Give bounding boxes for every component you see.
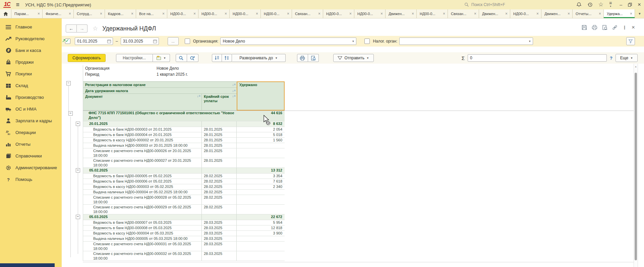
deadline-cell[interactable]: 28.02.2025 [202, 184, 237, 189]
collapse-expander[interactable]: − [76, 215, 80, 219]
withheld-cell[interactable] [237, 236, 285, 241]
tab-2[interactable]: Физиче...× [43, 9, 74, 18]
sidebar-item-склад[interactable]: Склад [0, 80, 62, 91]
withheld-cell[interactable] [237, 242, 285, 251]
withheld-cell[interactable] [237, 195, 285, 204]
tab-11[interactable]: НД00-0...× [323, 9, 354, 18]
table-row[interactable]: Ведомость в банк НД00-000007 от 05.03.20… [83, 220, 285, 225]
tab-close-icon[interactable]: × [318, 11, 320, 16]
period-checkbox[interactable] [65, 39, 70, 44]
back-button[interactable]: ← [66, 24, 77, 32]
deadline-cell[interactable]: 28.03.2025 [202, 242, 237, 251]
sidebar-item-ос-и-нма[interactable]: ОС и НМА [0, 103, 62, 115]
tab-close-icon[interactable]: × [412, 11, 414, 16]
document-cell[interactable]: Выдача наличных НД00-000005 от 05.03.202… [83, 236, 202, 241]
settings-button[interactable]: Настройки... [116, 54, 153, 62]
deadline-cell[interactable]: 28.03.2025 [202, 251, 237, 261]
print-icon[interactable] [592, 25, 597, 30]
withheld-cell[interactable]: 7 618 [237, 179, 285, 184]
document-cell[interactable]: 20.01.2025 [83, 121, 202, 127]
sidebar-item-продажи[interactable]: Продажи [0, 56, 62, 68]
tab-close-icon[interactable]: × [100, 11, 102, 16]
service-menu-icon[interactable]: ≡▾ [609, 2, 612, 8]
deadline-cell[interactable]: 28.01.2025 [202, 143, 237, 148]
tab-close-icon[interactable]: × [630, 11, 632, 16]
send-button[interactable]: Отправить ▼ [333, 54, 374, 62]
history-icon[interactable] [587, 2, 593, 7]
withheld-cell[interactable] [237, 190, 285, 195]
main-menu-icon[interactable]: ≡ [16, 0, 19, 9]
tab-5[interactable]: Все на...× [136, 9, 167, 18]
deadline-cell[interactable] [202, 121, 237, 127]
deadline-cell[interactable]: 28.02.2025 [202, 174, 237, 179]
tab-close-icon[interactable]: × [256, 11, 258, 16]
document-cell[interactable]: Ведомость в банк НД00-000008 от 05.03.20… [83, 225, 202, 230]
help-icon[interactable]: ? [610, 56, 612, 61]
withheld-cell[interactable] [237, 148, 285, 158]
sidebar-item-операции[interactable]: ДтКтОперации [0, 127, 62, 138]
tab-12[interactable]: НД00-0...× [354, 9, 386, 18]
get-link-icon[interactable] [612, 25, 618, 30]
tab-close-icon[interactable]: × [474, 11, 476, 16]
tab-14[interactable]: НД00-0...× [417, 9, 448, 18]
sidebar-item-главное[interactable]: Главное [0, 21, 62, 33]
document-cell[interactable]: Ведомость в кассу НД00-000003 от 05.02.2… [83, 184, 202, 189]
document-cell[interactable]: Ведомость в банк НД00-000004 от 20.01.20… [83, 132, 202, 137]
document-cell[interactable]: 05.02.2025 [83, 168, 202, 173]
group-row[interactable]: −05.02.202513 312 [83, 168, 285, 174]
autosum-field[interactable] [468, 54, 607, 62]
table-row[interactable]: Списание с расчетного счета НД00-000028 … [83, 195, 285, 205]
sidebar-item-производство[interactable]: Производство [0, 91, 62, 103]
group-row[interactable]: −ФНС 7715 КПП 771501001 (Общество с огра… [83, 111, 285, 121]
sort-icon[interactable]: ↓≡ [232, 83, 236, 86]
deadline-cell[interactable]: 28.03.2025 [202, 231, 237, 236]
withheld-cell[interactable] [237, 205, 285, 214]
withheld-cell[interactable]: 8 632 [237, 121, 285, 127]
document-cell[interactable]: Списание с расчетного счета НД00-000026 … [83, 148, 202, 158]
deadline-cell[interactable]: 28.02.2025 [202, 179, 237, 184]
notifications-bell-icon[interactable] [576, 2, 582, 7]
document-cell[interactable]: Списание с расчетного счета НД00-000028 … [83, 195, 202, 204]
deadline-cell[interactable]: 28.02.2025 [202, 190, 237, 195]
org-checkbox[interactable] [185, 39, 190, 44]
header-withhold-date[interactable]: Дата удержания налога ↓≡ [83, 88, 237, 94]
withheld-cell[interactable]: 2 340 [237, 184, 285, 189]
table-row[interactable]: Списание с расчетного счета НД00-000026 … [83, 148, 285, 158]
withheld-cell[interactable]: 22 672 [237, 214, 285, 220]
tab-10[interactable]: Связан...× [292, 9, 323, 18]
withheld-cell[interactable] [237, 158, 285, 168]
withheld-cell[interactable]: 12 818 [237, 225, 285, 230]
deadline-cell[interactable]: 28.01.2025 [202, 132, 237, 137]
deadline-cell[interactable]: 28.02.2025 [202, 205, 237, 214]
document-cell[interactable]: Ведомость в кассу НД00-000002 от 20.01.2… [83, 138, 202, 143]
deadline-cell[interactable] [202, 168, 237, 173]
tab-close-icon[interactable]: × [38, 11, 40, 16]
tab-close-icon[interactable]: × [349, 11, 352, 16]
withheld-cell[interactable]: 44 616 [237, 111, 285, 121]
tab-close-icon[interactable]: × [599, 11, 601, 16]
tab-7[interactable]: НД00-0...× [198, 9, 230, 18]
tab-4[interactable]: Кадров...× [105, 9, 136, 18]
global-search[interactable]: Поиск Ctrl+Shift+F [464, 0, 505, 9]
withheld-cell[interactable]: 5 954 [237, 220, 285, 225]
sort-icon[interactable]: ↓≡ [197, 94, 200, 110]
withheld-cell[interactable] [237, 251, 285, 261]
document-cell[interactable]: Ведомость в банк НД00-000006 от 05.02.20… [83, 179, 202, 184]
header-deadline[interactable]: Крайний срок уплаты ↓≡ [202, 94, 237, 111]
tab-1[interactable]: Парам...× [11, 9, 43, 18]
period-to-field[interactable]: 31.03.2025 [121, 38, 159, 45]
tax-authority-checkbox[interactable] [364, 39, 370, 44]
document-cell[interactable]: Списание с расчетного счета НД00-000032 … [83, 251, 202, 261]
sort-icon[interactable]: ↓≡ [232, 94, 236, 110]
vertical-scrollbar[interactable]: ▲ [634, 64, 638, 267]
collapse-expander[interactable]: − [76, 168, 80, 173]
table-row[interactable]: Ведомость в банк НД00-000004 от 20.01.20… [83, 132, 285, 138]
deadline-cell[interactable]: 28.01.2025 [202, 127, 237, 132]
document-cell[interactable]: Выдача наличных НД00-000003 от 20.01.202… [83, 143, 202, 148]
document-cell[interactable]: Списание с расчетного счета НД00-000031 … [83, 242, 202, 251]
report-variant-button[interactable]: ▼ [153, 54, 170, 62]
find-button[interactable] [176, 54, 187, 62]
deadline-cell[interactable] [202, 214, 237, 220]
deadline-cell[interactable]: 28.01.2025 [202, 138, 237, 143]
withheld-cell[interactable]: 3 900 [237, 231, 285, 236]
